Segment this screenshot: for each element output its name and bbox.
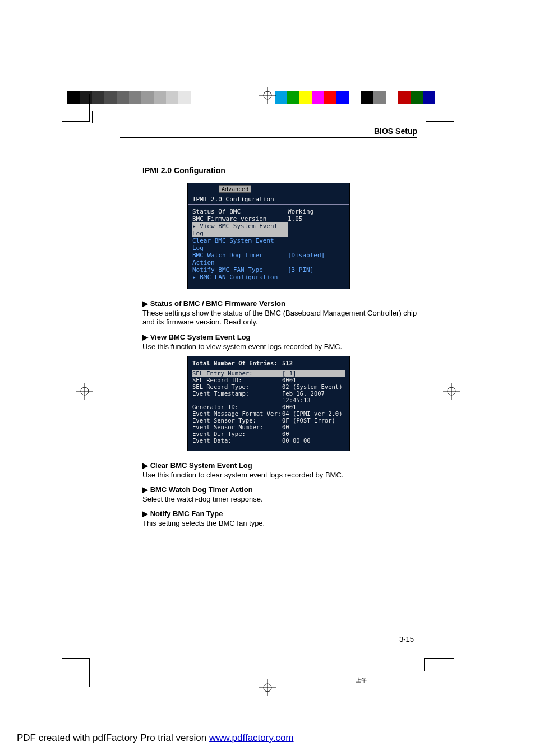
bios-row: Clear BMC System Event Log [192,237,345,252]
bios-row: Status Of BMCWorking [192,208,345,215]
bios-row: Generator ID:0001 [192,403,345,410]
color-swatch [411,91,423,104]
timestamp-label: 上午 [356,676,367,684]
bios-row: Event Data:00 00 00 [192,437,345,444]
bios-tab-advanced: Advanced [219,185,251,193]
page-title: BIOS Setup [374,127,417,136]
color-swatch [104,91,117,104]
subsection-watchdog: ▶ BMC Watch Dog Timer Action [142,485,417,494]
color-swatch [349,91,361,104]
registration-mark-icon [443,383,460,400]
bios-title: IPMI 2.0 Configuration [188,194,349,205]
color-swatch [324,91,336,104]
bios-row: Event Sensor Number:00 [192,424,345,430]
body-text: Use this function to view system event l… [142,342,417,351]
color-swatch [178,91,191,104]
footer-text: PDF created with pdfFactory Pro trial ve… [17,732,209,743]
body-text: These settings show the status of the BM… [142,309,417,327]
body-text: This setting selects the BMC fan type. [142,519,417,528]
bios-row: Event Sensor Type:0F (POST Error) [192,417,345,424]
color-swatch [299,91,312,104]
subsection-status-bmc: ▶ Status of BMC / BMC Firmware Version [142,299,417,308]
bios-row: Event Message Format Ver:04 (IPMI ver 2.… [192,410,345,417]
bios-row: BMC Watch Dog Timer Action[Disabled] [192,252,345,266]
page-number: 3-15 [399,635,414,643]
bios-row: SEL Entry Number:[ 1] [192,370,345,377]
registration-mark-icon [259,87,276,104]
crop-mark-icon [80,111,93,123]
bios-screenshot-sel: Total Number Of Entries:512 SEL Entry Nu… [187,356,350,451]
page-header: BIOS Setup [120,127,417,138]
registration-mark-icon [259,679,276,696]
bios-screenshot-ipmi: Advanced IPMI 2.0 Configuration Status O… [187,183,350,289]
subsection-fan-type: ▶ Notify BMC Fan Type [142,509,417,518]
section-heading: IPMI 2.0 Configuration [142,166,417,175]
color-swatch [92,91,104,104]
color-swatch [191,91,203,104]
bios-row: Event Timestamp:Feb 16, 2007 12:45:13 [192,390,345,403]
bios-row: Event Dir Type:00 [192,430,345,437]
bios-row: BMC Firmware version1.05 [192,215,345,222]
pdf-footer: PDF created with pdfFactory Pro trial ve… [17,732,294,744]
color-swatch [166,91,178,104]
subsection-clear-sel: ▶ Clear BMC System Event Log [142,461,417,470]
color-swatch [361,91,373,104]
color-swatch [336,91,349,104]
crop-mark-icon [62,658,90,687]
bios-row: ▸ BMC LAN Configuration [192,273,345,281]
bios-row: SEL Record Type:02 (System Event) [192,383,345,390]
color-swatch [141,91,154,104]
color-swatch [386,91,398,104]
color-swatch [287,91,299,104]
color-swatch [373,91,386,104]
registration-mark-icon [76,383,93,400]
color-swatch [275,91,287,104]
bios-row: Notify BMC FAN Type[3 PIN] [192,266,345,273]
color-swatch [312,91,324,104]
color-swatch [398,91,411,104]
color-swatch [154,91,166,104]
crop-mark-icon [424,658,436,671]
subsection-view-sel: ▶ View BMC System Event Log [142,333,417,341]
color-swatch [129,91,141,104]
color-swatch [117,91,129,104]
body-text: Use this function to clear system event … [142,471,417,480]
page-content: BIOS Setup IPMI 2.0 Configuration Advanc… [120,127,417,653]
body-text: Select the watch-dog timer response. [142,495,417,504]
pdffactory-link[interactable]: www.pdffactory.com [209,732,294,743]
crop-mark-icon [426,94,454,122]
bios-row: SEL Record ID:0001 [192,377,345,383]
bios-row: ▸ View BMC System Event Log [192,222,345,237]
